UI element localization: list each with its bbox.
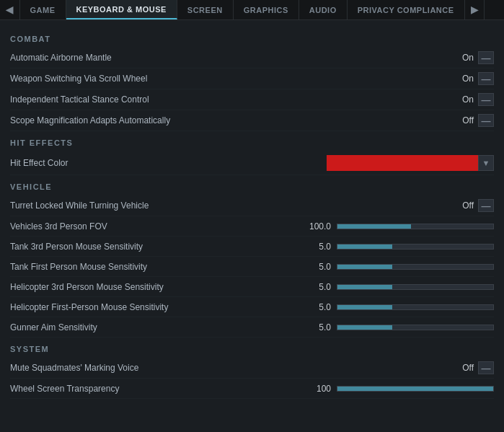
slider-fill-tank-3rd [337, 244, 392, 249]
toggle-airborne-mantle: On — [454, 51, 494, 64]
value-mute-squadmates: Off [454, 363, 474, 373]
combat-section-header: COMBAT [10, 27, 494, 48]
value-tank-3rd-sensitivity: 5.0 [305, 242, 331, 252]
nav-game[interactable]: GAME [20, 0, 66, 19]
slider-track-gunner-aim[interactable] [337, 325, 494, 330]
minus-icon-5: — [482, 200, 491, 211]
slider-fill-heli-3rd [337, 285, 392, 289]
toggle-btn-turret-locked[interactable]: — [478, 199, 494, 212]
row-mute-squadmates: Mute Squadmates' Marking Voice Off — [10, 358, 494, 379]
nav-icon-left[interactable]: ◀ [0, 0, 20, 19]
row-vehicles-fov: Vehicles 3rd Person FOV 100.0 [10, 216, 494, 237]
slider-gunner-aim: 5.0 [305, 322, 494, 332]
value-airborne-mantle: On [454, 53, 474, 63]
row-wheel-transparency: Wheel Screen Transparency 100 [10, 379, 494, 399]
minus-icon-6: — [482, 363, 491, 374]
slider-track-heli-1st[interactable] [337, 304, 494, 310]
toggle-btn-scope-magnification[interactable]: — [478, 114, 494, 127]
slider-track-vehicles-fov[interactable] [337, 224, 494, 229]
slider-track-tank-3rd[interactable] [337, 244, 494, 250]
value-tactical-stance: On [454, 94, 474, 105]
row-weapon-switching: Weapon Switching Via Scroll Wheel On — [10, 69, 494, 89]
label-hit-effect-color: Hit Effect Color [10, 158, 183, 168]
label-weapon-switching: Weapon Switching Via Scroll Wheel [10, 74, 183, 84]
row-scope-magnification: Scope Magnification Adapts Automatically… [10, 110, 494, 131]
label-vehicles-fov: Vehicles 3rd Person FOV [10, 221, 183, 232]
toggle-btn-mute-squadmates[interactable]: — [478, 361, 494, 374]
vehicle-section-header: VEHICLE [10, 175, 494, 195]
toggle-scope-magnification: Off — [454, 114, 494, 127]
nav-privacy[interactable]: PRIVACY COMPLIANCE [348, 0, 465, 19]
slider-track-heli-3rd[interactable] [337, 284, 494, 290]
nav-audio[interactable]: AUDIO [299, 0, 348, 19]
label-wheel-transparency: Wheel Screen Transparency [10, 384, 183, 394]
row-heli-1st-sensitivity: Helicopter First-Person Mouse Sensitivit… [10, 297, 494, 317]
color-dropdown-btn[interactable]: ▼ [478, 155, 494, 171]
label-scope-magnification: Scope Magnification Adapts Automatically [10, 115, 183, 125]
minus-icon-4: — [482, 115, 491, 126]
value-vehicles-fov: 100.0 [305, 221, 331, 232]
left-arrow-icon: ◀ [6, 4, 14, 15]
label-heli-1st-sensitivity: Helicopter First-Person Mouse Sensitivit… [10, 302, 183, 312]
value-wheel-transparency: 100 [305, 384, 331, 394]
toggle-turret-locked: Off — [454, 199, 494, 212]
slider-tank-3rd-sensitivity: 5.0 [305, 242, 494, 252]
right-arrow-icon: ▶ [471, 4, 479, 15]
nav-icon-right[interactable]: ▶ [465, 0, 485, 19]
toggle-btn-airborne-mantle[interactable]: — [478, 51, 494, 64]
value-gunner-aim: 5.0 [305, 322, 331, 332]
color-picker-group: ▼ [327, 155, 494, 171]
color-swatch[interactable] [327, 155, 478, 171]
value-weapon-switching: On [454, 74, 474, 84]
slider-fill-tank-1st [337, 265, 392, 269]
slider-heli-3rd-sensitivity: 5.0 [305, 282, 494, 292]
label-airborne-mantle: Automatic Airborne Mantle [10, 53, 183, 63]
value-heli-3rd-sensitivity: 5.0 [305, 282, 331, 292]
top-nav: ◀ GAME KEYBOARD & MOUSE SCREEN GRAPHICS … [0, 0, 504, 20]
value-heli-1st-sensitivity: 5.0 [305, 302, 331, 312]
row-hit-effect-color: Hit Effect Color ▼ [10, 151, 494, 175]
row-turret-locked: Turret Locked While Turning Vehicle Off … [10, 195, 494, 216]
row-tactical-stance: Independent Tactical Stance Control On — [10, 89, 494, 110]
minus-icon: — [482, 53, 491, 63]
row-airborne-mantle: Automatic Airborne Mantle On — [10, 48, 494, 69]
slider-tank-1st-sensitivity: 5.0 [305, 262, 494, 272]
label-mute-squadmates: Mute Squadmates' Marking Voice [10, 363, 183, 373]
label-heli-3rd-sensitivity: Helicopter 3rd Person Mouse Sensitivity [10, 282, 183, 292]
slider-vehicles-fov: 100.0 [305, 221, 494, 232]
nav-graphics[interactable]: GRAPHICS [234, 0, 299, 19]
slider-track-wheel-transparency[interactable] [337, 386, 494, 392]
toggle-tactical-stance: On — [454, 93, 494, 106]
label-tank-3rd-sensitivity: Tank 3rd Person Mouse Sensitivity [10, 242, 183, 252]
label-tactical-stance: Independent Tactical Stance Control [10, 94, 183, 105]
value-turret-locked: Off [454, 200, 474, 211]
system-section-header: SYSTEM [10, 338, 494, 358]
slider-fill-vehicles-fov [337, 224, 411, 229]
row-tank-1st-sensitivity: Tank First Person Mouse Sensitivity 5.0 [10, 257, 494, 277]
slider-fill-heli-1st [337, 305, 392, 309]
minus-icon-2: — [482, 74, 491, 84]
minus-icon-3: — [482, 94, 491, 105]
toggle-btn-weapon-switching[interactable]: — [478, 72, 494, 85]
slider-wheel-transparency: 100 [305, 384, 494, 394]
value-scope-magnification: Off [454, 115, 474, 125]
row-tank-3rd-sensitivity: Tank 3rd Person Mouse Sensitivity 5.0 [10, 237, 494, 257]
nav-screen[interactable]: SCREEN [177, 0, 234, 19]
chevron-down-icon: ▼ [482, 159, 490, 167]
nav-keyboard[interactable]: KEYBOARD & MOUSE [66, 0, 177, 19]
hit-effects-section-header: HIT EFFECTS [10, 131, 494, 151]
toggle-mute-squadmates: Off — [454, 361, 494, 374]
slider-fill-wheel-transparency [337, 387, 493, 391]
slider-heli-1st-sensitivity: 5.0 [305, 302, 494, 312]
content-area: COMBAT Automatic Airborne Mantle On — We… [0, 20, 504, 432]
label-gunner-aim: Gunner Aim Sensitivity [10, 322, 183, 332]
label-tank-1st-sensitivity: Tank First Person Mouse Sensitivity [10, 262, 183, 272]
toggle-weapon-switching: On — [454, 72, 494, 85]
label-turret-locked: Turret Locked While Turning Vehicle [10, 200, 183, 211]
row-heli-3rd-sensitivity: Helicopter 3rd Person Mouse Sensitivity … [10, 277, 494, 297]
slider-fill-gunner-aim [337, 325, 392, 330]
value-tank-1st-sensitivity: 5.0 [305, 262, 331, 272]
toggle-btn-tactical-stance[interactable]: — [478, 93, 494, 106]
slider-track-tank-1st[interactable] [337, 264, 494, 270]
row-gunner-aim: Gunner Aim Sensitivity 5.0 [10, 317, 494, 338]
